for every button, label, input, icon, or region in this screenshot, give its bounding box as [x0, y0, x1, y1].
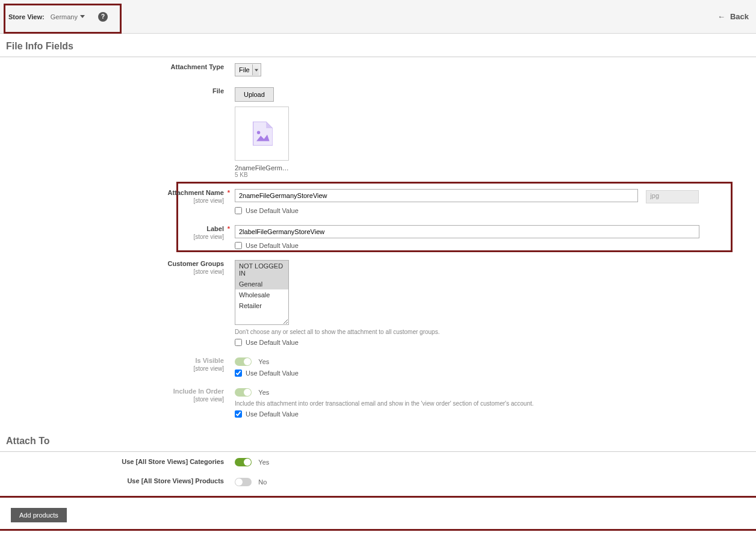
is-visible-value: Yes — [258, 358, 269, 365]
scope-text: [store view] — [0, 396, 224, 403]
row-label: Label [store view] Use Default Value — [0, 225, 756, 249]
is-visible-toggle — [235, 357, 252, 366]
label-file: File — [0, 87, 235, 94]
store-view-label: Store View: — [8, 13, 45, 20]
use-default-is-visible[interactable]: Use Default Value — [235, 369, 744, 377]
header-bar: Store View: Germany ? ← Back — [0, 0, 756, 34]
include-in-order-hint: Include this attachment into order trans… — [235, 400, 744, 407]
scope-text: [store view] — [0, 233, 224, 240]
chevron-down-icon — [80, 15, 85, 18]
label-attachment-name: Attachment Name [store view] — [0, 189, 235, 204]
store-view-dropdown[interactable]: Germany — [51, 13, 85, 20]
use-default-include[interactable]: Use Default Value — [235, 410, 744, 418]
attachment-name-input[interactable] — [235, 189, 638, 202]
row-customer-groups: Customer Groups [store view] NOT LOGGED … — [0, 260, 756, 346]
svg-point-0 — [257, 131, 260, 134]
add-products-button[interactable]: Add products — [11, 508, 67, 522]
use-default-label[interactable]: Use Default Value — [235, 242, 744, 249]
scope-text: [store view] — [0, 197, 224, 204]
annotation-box — [0, 496, 756, 522]
use-default-customer-groups[interactable]: Use Default Value — [235, 339, 744, 346]
row-attachment-name: Attachment Name [store view] jpg Use Def… — [0, 189, 756, 214]
upload-button[interactable]: Upload — [235, 87, 274, 102]
use-default-checkbox[interactable] — [235, 410, 242, 418]
section-title-attach-to: Attach To — [0, 428, 756, 452]
back-button-label: Back — [730, 12, 749, 21]
row-include-in-order: Include In Order [store view] Yes Includ… — [0, 388, 756, 418]
customer-group-option[interactable]: Wholesale — [235, 289, 288, 300]
section-title-file-info: File Info Fields — [0, 34, 756, 57]
file-name-display: 2nameFileGermanyS... — [235, 164, 289, 172]
customer-group-option[interactable]: General — [235, 279, 288, 289]
scope-text: [store view] — [0, 268, 224, 275]
store-view-selector: Store View: Germany ? — [0, 0, 116, 34]
use-default-checkbox[interactable] — [235, 339, 242, 346]
row-is-visible: Is Visible [store view] Yes Use Default … — [0, 357, 756, 377]
customer-group-option[interactable]: NOT LOGGED IN — [235, 261, 288, 279]
customer-groups-select[interactable]: NOT LOGGED INGeneralWholesaleRetailer — [235, 260, 289, 325]
label-is-visible: Is Visible [store view] — [0, 357, 235, 372]
attachment-type-select[interactable]: File — [235, 63, 261, 76]
use-categories-value: Yes — [258, 459, 269, 466]
use-default-checkbox[interactable] — [235, 369, 242, 377]
customer-group-option[interactable]: Retailer — [235, 300, 288, 311]
use-default-checkbox[interactable] — [235, 207, 242, 214]
include-in-order-value: Yes — [258, 389, 269, 396]
use-products-toggle[interactable] — [235, 478, 252, 486]
extension-box: jpg — [646, 190, 699, 203]
store-view-value-text: Germany — [51, 13, 78, 20]
label-attachment-type: Attachment Type — [0, 63, 235, 70]
help-icon[interactable]: ? — [98, 12, 108, 22]
label-use-categories: Use [All Store Views] Categories — [0, 458, 235, 465]
row-use-products: Use [All Store Views] Products No — [0, 477, 756, 486]
row-file: File Upload 2nameFileGermanyS... 5 KB — [0, 87, 756, 178]
use-default-checkbox[interactable] — [235, 242, 242, 249]
scope-text: [store view] — [0, 365, 224, 372]
back-button[interactable]: ← Back — [717, 12, 749, 21]
label-input[interactable] — [235, 225, 699, 238]
use-default-attachment-name[interactable]: Use Default Value — [235, 207, 744, 214]
customer-groups-hint: Don't choose any or select all to show t… — [235, 329, 744, 335]
use-products-value: No — [258, 478, 267, 486]
label-label: Label [store view] — [0, 225, 235, 240]
file-size-display: 5 KB — [235, 172, 744, 178]
label-use-products: Use [All Store Views] Products — [0, 477, 235, 484]
use-categories-toggle[interactable] — [235, 458, 252, 466]
arrow-left-icon: ← — [717, 12, 725, 21]
include-in-order-toggle — [235, 388, 252, 397]
label-customer-groups: Customer Groups [store view] — [0, 260, 235, 275]
row-use-categories: Use [All Store Views] Categories Yes — [0, 458, 756, 467]
row-attachment-type: Attachment Type File — [0, 63, 756, 76]
image-file-icon — [251, 122, 273, 146]
label-include-in-order: Include In Order [store view] — [0, 388, 235, 403]
file-preview — [235, 107, 289, 161]
